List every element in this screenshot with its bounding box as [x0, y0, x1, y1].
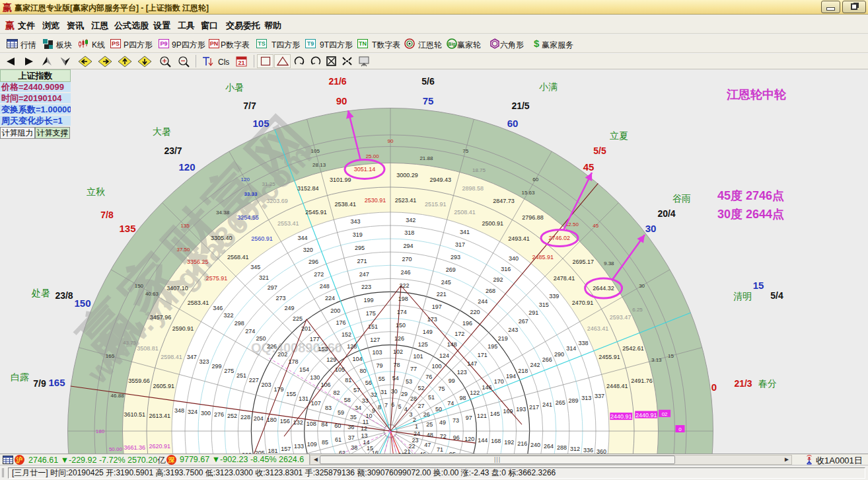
svg-text:9: 9 — [372, 407, 375, 414]
svg-text:219: 219 — [498, 335, 508, 342]
svg-text:174: 174 — [397, 309, 407, 315]
svg-text:221: 221 — [437, 291, 447, 298]
svg-text:104: 104 — [353, 356, 363, 362]
svg-text:30: 30 — [639, 283, 645, 289]
svg-text:2847.73: 2847.73 — [493, 198, 515, 204]
svg-text:133: 133 — [294, 443, 304, 450]
svg-text:79: 79 — [376, 362, 382, 369]
svg-text:156: 156 — [280, 418, 290, 424]
svg-text:148: 148 — [447, 341, 457, 348]
svg-text:105: 105 — [311, 148, 320, 154]
svg-text:202: 202 — [277, 351, 287, 358]
svg-text:109: 109 — [307, 441, 317, 448]
svg-text:57: 57 — [353, 387, 360, 393]
svg-text:40.63: 40.63 — [145, 291, 159, 297]
svg-text:147: 147 — [467, 360, 477, 367]
svg-text:2500.91: 2500.91 — [482, 220, 504, 227]
svg-text:276: 276 — [214, 411, 224, 418]
svg-text:144: 144 — [478, 437, 488, 444]
svg-text:47: 47 — [424, 442, 431, 448]
svg-text:150: 150 — [74, 298, 90, 309]
svg-text:153: 153 — [318, 346, 328, 352]
svg-text:125: 125 — [418, 341, 428, 348]
svg-text:170: 170 — [494, 378, 504, 385]
svg-text:270: 270 — [402, 256, 412, 262]
svg-text:2542.61: 2542.61 — [622, 345, 644, 352]
svg-text:82: 82 — [333, 389, 340, 396]
svg-text:78: 78 — [394, 362, 400, 368]
svg-text:77: 77 — [410, 366, 417, 372]
svg-text:317: 317 — [455, 241, 465, 248]
svg-text:103: 103 — [373, 349, 382, 356]
svg-text:124: 124 — [439, 352, 449, 359]
svg-text:336: 336 — [583, 447, 593, 454]
svg-text:246: 246 — [401, 269, 411, 276]
svg-text:32: 32 — [371, 391, 377, 398]
svg-text:105: 105 — [335, 366, 345, 373]
svg-text:60: 60 — [532, 177, 538, 182]
svg-text:175: 175 — [366, 310, 376, 317]
svg-text:168: 168 — [491, 438, 501, 444]
svg-text:96: 96 — [453, 434, 460, 441]
svg-text:293: 293 — [451, 254, 460, 260]
svg-text:2590.91: 2590.91 — [172, 325, 194, 332]
svg-text:343: 343 — [350, 218, 360, 225]
svg-text:135: 135 — [181, 223, 190, 229]
svg-text:2695.17: 2695.17 — [572, 259, 594, 265]
svg-text:45度 2746点: 45度 2746点 — [717, 189, 784, 202]
svg-text:31.25: 31.25 — [262, 181, 276, 187]
svg-text:80: 80 — [359, 368, 366, 374]
svg-text:131: 131 — [299, 395, 308, 402]
svg-text:360: 360 — [597, 448, 606, 454]
svg-text:194: 194 — [506, 373, 516, 380]
svg-text:江恩轮中轮: 江恩轮中轮 — [726, 88, 787, 101]
svg-text:339: 339 — [549, 293, 559, 300]
svg-text:37.50: 37.50 — [176, 247, 190, 253]
svg-text:2568.41: 2568.41 — [227, 254, 249, 260]
svg-text:165: 165 — [106, 353, 115, 359]
svg-text:342: 342 — [406, 217, 416, 223]
svg-text:199: 199 — [363, 297, 373, 303]
svg-text:6.25: 6.25 — [632, 307, 643, 313]
svg-text:3661.36: 3661.36 — [124, 444, 146, 451]
svg-text:21/6: 21/6 — [328, 76, 346, 87]
svg-text:73: 73 — [452, 417, 459, 424]
svg-text:296: 296 — [308, 259, 318, 265]
svg-text:250: 250 — [256, 335, 266, 342]
svg-text:71: 71 — [437, 446, 443, 453]
svg-text:3: 3 — [409, 411, 412, 418]
svg-text:3305.40: 3305.40 — [211, 235, 233, 241]
svg-text:107: 107 — [311, 400, 321, 407]
svg-text:谷雨: 谷雨 — [672, 193, 691, 204]
svg-text:2478.41: 2478.41 — [554, 275, 575, 282]
svg-text:34.38: 34.38 — [216, 210, 230, 216]
svg-text:321: 321 — [259, 274, 269, 281]
svg-text:203: 203 — [262, 381, 271, 388]
svg-text:60: 60 — [507, 118, 519, 129]
svg-text:2485.91: 2485.91 — [532, 254, 554, 260]
svg-text:316: 316 — [501, 266, 511, 272]
svg-text:49: 49 — [439, 419, 446, 426]
svg-text:243: 243 — [508, 327, 518, 333]
svg-text:35: 35 — [350, 414, 357, 420]
svg-text:314: 314 — [566, 345, 576, 352]
svg-text:2553.41: 2553.41 — [277, 220, 299, 227]
svg-text:197: 197 — [432, 303, 442, 310]
svg-text:33: 33 — [362, 397, 369, 404]
svg-text:100: 100 — [431, 363, 441, 370]
svg-text:56: 56 — [365, 380, 372, 386]
svg-text:290: 290 — [554, 351, 564, 358]
svg-text:3254.55: 3254.55 — [237, 214, 259, 221]
svg-text:315: 315 — [539, 301, 549, 308]
svg-text:处暑: 处暑 — [31, 288, 50, 298]
svg-text:268: 268 — [486, 288, 495, 294]
svg-text:228: 228 — [240, 414, 250, 420]
svg-text:2493.41: 2493.41 — [508, 235, 530, 242]
svg-text:272: 272 — [314, 271, 324, 278]
svg-text:48: 48 — [427, 432, 433, 438]
svg-text:151: 151 — [368, 323, 378, 330]
svg-text:99: 99 — [449, 378, 455, 384]
svg-text:85: 85 — [322, 439, 328, 446]
svg-text:226: 226 — [267, 343, 277, 350]
svg-text:2583.41: 2583.41 — [188, 300, 209, 306]
